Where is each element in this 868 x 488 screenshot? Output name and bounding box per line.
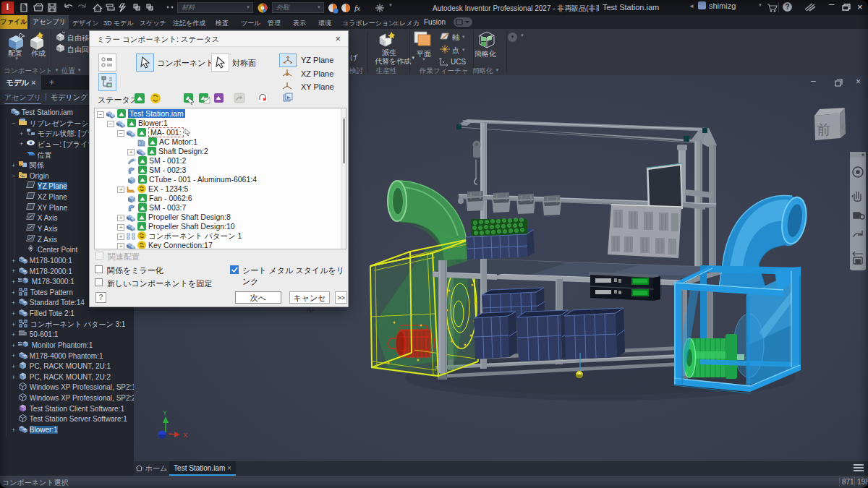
svg-text:X: X [183, 432, 187, 439]
svg-text:前: 前 [817, 122, 830, 137]
svg-text:fx: fx [354, 4, 360, 12]
svg-text:右: 右 [841, 124, 846, 130]
svg-text:Y: Y [163, 409, 167, 416]
